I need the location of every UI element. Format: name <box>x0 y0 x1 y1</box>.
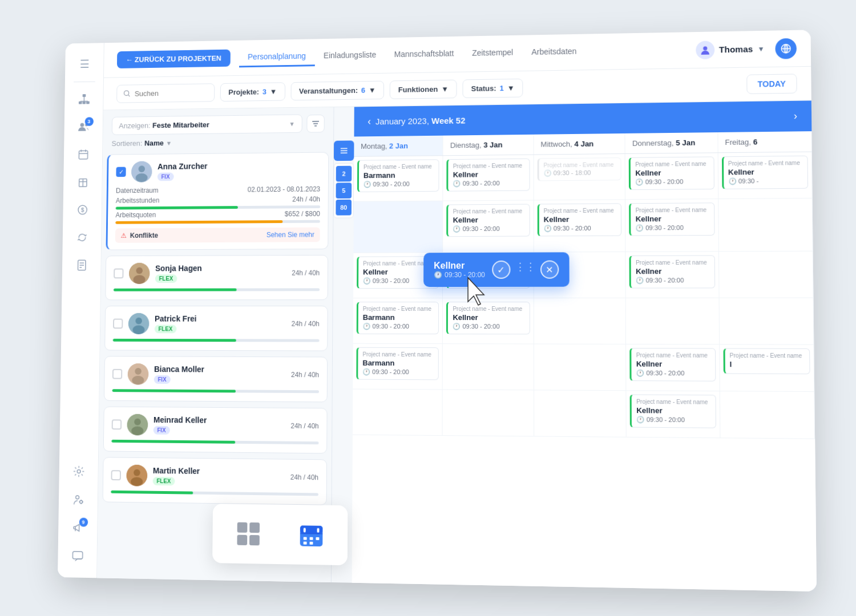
cal-row-2: Project name - Event name Kellner 🕐 09:3… <box>353 198 813 253</box>
staff-info-bianca: Bianca Moller FIX <box>154 364 286 384</box>
tab-personalplanung[interactable]: Personalplanung <box>239 47 315 67</box>
conflict-warning-icon: ⚠ <box>120 232 127 240</box>
chat-icon[interactable] <box>65 544 90 569</box>
hours-fill-bianca <box>112 389 236 392</box>
calendar-view-button[interactable] <box>293 516 330 553</box>
shift-proj: Project name - Event name <box>453 163 525 169</box>
count-80-button[interactable]: 80 <box>336 200 352 216</box>
display-dropdown[interactable]: Anzeigen: Feste Mitarbeiter ▼ <box>112 114 302 135</box>
person-settings-icon[interactable] <box>66 487 91 512</box>
staff-checkbox-bianca[interactable] <box>112 369 122 379</box>
shift-card[interactable]: Project name - Event name Barmann 🕐 09:3… <box>357 302 439 334</box>
shift-card[interactable]: Project name - Event name Kellner 🕐 09:3… <box>446 302 530 334</box>
list-view-button[interactable] <box>334 140 354 161</box>
shift-card[interactable]: Project name - Event name Kellner 🕐 09:3… <box>629 202 714 236</box>
tab-mannschaftsblatt[interactable]: Mannschaftsblatt <box>385 44 463 65</box>
hours-progress <box>116 205 320 209</box>
veranstaltungen-filter-button[interactable]: Veranstaltungen: 6 ▼ <box>290 80 384 100</box>
shift-card[interactable]: Project name - Event name Kellner 🕐 09:3… <box>722 156 809 189</box>
staff-card-patrick[interactable]: Patrick Frei FLEX 24h / 40h <box>104 306 328 351</box>
staff-avatar-martin <box>126 465 147 487</box>
shift-card[interactable]: Project name - Event name Kellner 🕐 09:3… <box>629 348 716 382</box>
calendar-next-button[interactable]: › <box>789 108 802 125</box>
staff-checkbox-anna[interactable]: ✓ <box>116 167 126 177</box>
shift-card[interactable]: Project name - Event name Kellner 🕐 09:3… <box>630 394 716 428</box>
drag-cancel-button[interactable]: ✕ <box>540 260 559 278</box>
conflict-link[interactable]: Sehen Sie mehr <box>267 231 314 239</box>
announce-icon[interactable]: 9 <box>66 515 90 540</box>
staff-checkbox-patrick[interactable] <box>113 319 123 329</box>
veranstaltungen-label: Veranstaltungen: <box>299 86 358 95</box>
filter-icon-button[interactable] <box>306 114 324 132</box>
shift-card[interactable]: Project name - Event name 🕐 09:30 - 18:0… <box>537 157 621 181</box>
shift-card[interactable]: Project name - Event name Kellner 🕐 09:3… <box>629 156 714 190</box>
back-to-projects-button[interactable]: ← ZURÜCK ZU PROJEKTEN <box>117 50 231 68</box>
users-icon[interactable]: 3 <box>71 115 95 139</box>
sort-button[interactable]: Sortieren: Name ▼ <box>111 139 172 148</box>
staff-hours-meinrad: 24h / 40h <box>290 422 318 430</box>
staff-badge-meinrad: FIX <box>154 426 170 435</box>
calendar-prev-button[interactable]: ‹ <box>363 114 375 130</box>
staff-checkbox-sonja[interactable] <box>114 269 123 279</box>
funktionen-filter-button[interactable]: Funktionen ▼ <box>390 79 457 99</box>
staff-checkbox-martin[interactable] <box>111 470 121 480</box>
count-2-button[interactable]: 2 <box>336 166 352 182</box>
staff-checkbox-meinrad[interactable] <box>112 419 122 429</box>
building-icon[interactable] <box>71 170 95 194</box>
tab-zeitstempel[interactable]: Zeitstempel <box>463 43 522 64</box>
svg-rect-65 <box>304 537 307 540</box>
cal-row-4: Project name - Event name Barmann 🕐 09:3… <box>353 298 814 345</box>
tab-einladungsliste[interactable]: Einladungsliste <box>314 46 385 66</box>
calendar-nav-icon[interactable] <box>71 143 95 167</box>
staff-name-meinrad: Meinrad Keller <box>154 415 285 425</box>
shift-time: 🕐 09:30 - 20:00 <box>363 323 434 330</box>
projekte-filter-button[interactable]: Projekte: 3 ▼ <box>220 82 285 102</box>
money-icon[interactable]: $ <box>70 197 94 222</box>
tab-arbeitsdaten[interactable]: Arbeitsdaten <box>522 42 586 63</box>
shift-card[interactable]: Project name - Event name Kellner 🕐 09:3… <box>447 159 530 192</box>
shift-proj: Project name - Event name <box>544 161 616 168</box>
staff-hours-sonja: 24h / 40h <box>292 269 320 277</box>
staff-name-sonja: Sonja Hagen <box>155 264 286 273</box>
staff-card-martin[interactable]: Martin Keller FLEX 24h / 40h <box>103 457 328 505</box>
nav-tabs: Personalplanung Einladungsliste Mannscha… <box>239 40 681 68</box>
doc-icon[interactable] <box>70 253 94 277</box>
shift-role: l <box>730 360 805 369</box>
language-button[interactable] <box>775 38 797 59</box>
staff-avatar-meinrad <box>127 414 148 436</box>
drag-confirm-button[interactable]: ✓ <box>492 261 510 279</box>
cal-cell-4-mon: Project name - Event name Barmann 🕐 09:3… <box>353 298 443 343</box>
cal-cell-4-tue: Project name - Event name Kellner 🕐 09:3… <box>443 298 534 344</box>
shift-card[interactable]: Project name - Event name Barmann 🕐 09:3… <box>357 159 439 192</box>
shift-role: Barmann <box>362 359 434 367</box>
status-filter-button[interactable]: Status: 1 ▼ <box>463 78 523 98</box>
refresh-icon[interactable] <box>70 225 94 250</box>
shift-card[interactable]: Project name - Event name l <box>723 348 810 374</box>
shift-proj: Project name - Event name <box>636 352 710 359</box>
settings-icon[interactable] <box>66 459 91 484</box>
day-label-tue: Dienstag, <box>450 141 483 150</box>
drag-handle[interactable]: ⋮⋮ <box>515 261 535 279</box>
day-label-fri: Freitag, <box>725 137 753 147</box>
staff-card-meinrad[interactable]: Meinrad Keller FIX 24h / 40h <box>103 407 328 454</box>
staff-card-anna[interactable]: ✓ Anna Zurcher FIX <box>106 152 329 250</box>
shift-time: 🕐 09:30 - <box>728 177 802 185</box>
org-icon[interactable] <box>72 87 96 112</box>
shift-card[interactable]: Project name - Event name Kellner 🕐 09:3… <box>538 203 622 236</box>
today-button[interactable]: TODAY <box>746 74 797 94</box>
staff-card-sonja[interactable]: Sonja Hagen FLEX 24h / 40h <box>105 255 328 300</box>
search-input[interactable] <box>135 88 208 98</box>
shift-role: Kellner <box>453 216 525 225</box>
date-range-label: Datenzeitraum <box>116 187 159 194</box>
shift-card[interactable]: Project name - Event name Kellner 🕐 09:3… <box>447 204 530 237</box>
user-menu-button[interactable]: Thomas ▼ <box>690 36 771 63</box>
search-box[interactable] <box>116 83 215 103</box>
shift-card[interactable]: Project name - Event name Kellner 🕐 09:3… <box>629 255 715 288</box>
grid-view-button[interactable] <box>231 515 267 552</box>
cal-cell-6-fri <box>720 391 815 439</box>
grid-cell-4 <box>249 535 260 545</box>
staff-card-bianca[interactable]: Bianca Moller FIX 24h / 40h <box>104 356 328 402</box>
count-5-button[interactable]: 5 <box>336 183 352 198</box>
menu-icon[interactable]: ☰ <box>72 52 96 76</box>
shift-card[interactable]: Project name - Event name Barmann 🕐 09:3… <box>356 347 439 380</box>
